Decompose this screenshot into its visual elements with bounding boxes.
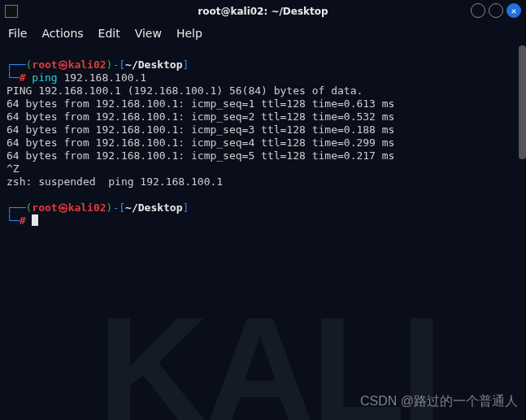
at-icon: ㉿ bbox=[58, 201, 68, 214]
menu-file[interactable]: File bbox=[8, 27, 27, 40]
prompt-corner-bottom: └─ bbox=[7, 214, 20, 227]
minimize-button[interactable] bbox=[471, 3, 485, 18]
prompt-hash: # bbox=[20, 214, 26, 227]
watermark: CSDN @路过的一个普通人 bbox=[360, 393, 518, 410]
output-ctrlz: ^Z bbox=[7, 162, 20, 175]
output-line: 64 bytes from 192.168.100.1: icmp_seq=3 … bbox=[7, 123, 394, 136]
menu-actions[interactable]: Actions bbox=[41, 27, 83, 40]
prompt-host: kali02 bbox=[68, 201, 107, 214]
prompt-cwd: ~/Desktop bbox=[125, 201, 182, 214]
menu-help[interactable]: Help bbox=[176, 27, 202, 40]
at-icon: ㉿ bbox=[58, 58, 68, 71]
menubar: File Actions Edit View Help bbox=[0, 23, 526, 44]
titlebar: root@kali02: ~/Desktop ✕ bbox=[0, 0, 526, 23]
maximize-button[interactable] bbox=[489, 3, 503, 18]
output-line: 64 bytes from 192.168.100.1: icmp_seq=1 … bbox=[7, 97, 394, 110]
prompt-rbr: ] bbox=[183, 58, 189, 71]
output-line: 64 bytes from 192.168.100.1: icmp_seq=5 … bbox=[7, 149, 394, 162]
prompt-corner-bottom: └─ bbox=[7, 71, 20, 84]
output-line: 64 bytes from 192.168.100.1: icmp_seq=2 … bbox=[7, 110, 394, 123]
prompt-dash: -[ bbox=[112, 58, 125, 71]
prompt-corner: ┌── bbox=[7, 58, 25, 71]
prompt-hash: # bbox=[20, 71, 26, 84]
prompt-host: kali02 bbox=[68, 58, 107, 71]
prompt-user: root bbox=[32, 58, 57, 71]
prompt-user: root bbox=[32, 201, 57, 214]
menu-view[interactable]: View bbox=[135, 27, 162, 40]
cursor bbox=[32, 214, 38, 226]
prompt-cwd: ~/Desktop bbox=[125, 58, 182, 71]
command-name: ping bbox=[32, 71, 57, 84]
window-controls: ✕ bbox=[471, 3, 521, 18]
prompt-rbr: ] bbox=[183, 201, 189, 214]
output-suspend: zsh: suspended ping 192.168.100.1 bbox=[7, 175, 223, 188]
prompt-dash: -[ bbox=[112, 201, 125, 214]
scrollbar[interactable] bbox=[519, 45, 526, 159]
output-line: 64 bytes from 192.168.100.1: icmp_seq=4 … bbox=[7, 136, 394, 149]
prompt-corner: ┌── bbox=[7, 201, 25, 214]
window-title: root@kali02: ~/Desktop bbox=[0, 6, 526, 17]
menu-edit[interactable]: Edit bbox=[98, 27, 120, 40]
close-button[interactable]: ✕ bbox=[506, 3, 521, 18]
output-line: PING 192.168.100.1 (192.168.100.1) 56(84… bbox=[7, 84, 363, 97]
command-arg: 192.168.100.1 bbox=[58, 71, 147, 84]
terminal[interactable]: ┌──(root㉿kali02)-[~/Desktop] └─# ping 19… bbox=[7, 45, 523, 417]
